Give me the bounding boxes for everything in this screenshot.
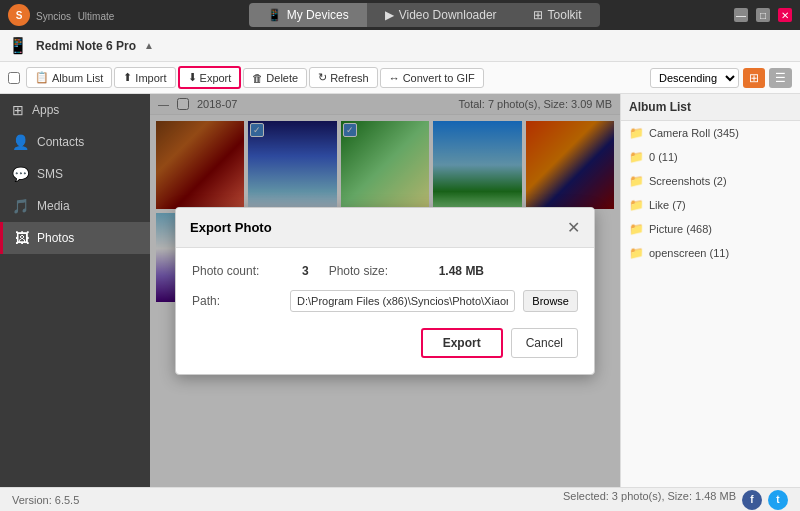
sidebar-item-media[interactable]: 🎵 Media [0,190,150,222]
toolbar: 📋 Album List ⬆ Import ⬇ Export 🗑 Delete … [0,62,800,94]
modal-cancel-button[interactable]: Cancel [511,328,578,358]
delete-button[interactable]: 🗑 Delete [243,68,307,88]
app-logo: S [8,4,30,26]
nav-video-downloader[interactable]: ▶ Video Downloader [367,3,515,27]
album-folder-icon: 📁 [629,198,644,212]
album-label: Like (7) [649,199,686,211]
app-brand: Syncios Ultimate [36,8,114,23]
photo-size-label: Photo size: [329,264,419,278]
sidebar-item-sms[interactable]: 💬 SMS [0,158,150,190]
contacts-icon: 👤 [12,134,29,150]
album-label: Screenshots (2) [649,175,727,187]
sidebar-label-media: Media [37,199,70,213]
photo-count-label: Photo count: [192,264,282,278]
photo-count-value: 3 [302,264,309,278]
device-name: Redmi Note 6 Pro [36,39,136,53]
album-list-button[interactable]: 📋 Album List [26,67,112,88]
sidebar: ⊞ Apps 👤 Contacts 💬 SMS 🎵 Media 🖼 Photos [0,94,150,487]
sidebar-item-apps[interactable]: ⊞ Apps [0,94,150,126]
path-input[interactable] [290,290,515,312]
status-right: Selected: 3 photo(s), Size: 1.48 MB f t [563,490,788,510]
nav-toolkit[interactable]: ⊞ Toolkit [515,3,600,27]
sidebar-item-contacts[interactable]: 👤 Contacts [0,126,150,158]
album-label: openscreen (11) [649,247,729,259]
import-button[interactable]: ⬆ Import [114,67,175,88]
title-bar-left: S Syncios Ultimate [8,4,114,26]
modal-title: Export Photo [190,220,272,235]
list-view-button[interactable]: ☰ [769,68,792,88]
album-item-screenshots[interactable]: 📁 Screenshots (2) [621,169,800,193]
album-list-header: Album List [621,94,800,121]
facebook-button[interactable]: f [742,490,762,510]
album-item-like[interactable]: 📁 Like (7) [621,193,800,217]
sidebar-label-apps: Apps [32,103,59,117]
sidebar-item-photos[interactable]: 🖼 Photos [0,222,150,254]
title-bar-nav: 📱 My Devices ▶ Video Downloader ⊞ Toolki… [249,3,600,27]
album-panel: Album List 📁 Camera Roll (345) 📁 0 (11) … [620,94,800,487]
maximize-button[interactable]: □ [756,8,770,22]
main-layout: ⊞ Apps 👤 Contacts 💬 SMS 🎵 Media 🖼 Photos… [0,94,800,487]
photos-icon: 🖼 [15,230,29,246]
convert-gif-button[interactable]: ↔ Convert to GIF [380,68,484,88]
modal-overlay: Export Photo ✕ Photo count: 3 Photo size… [150,94,620,487]
album-folder-icon: 📁 [629,222,644,236]
album-label: Camera Roll (345) [649,127,739,139]
title-bar: S Syncios Ultimate 📱 My Devices ▶ Video … [0,0,800,30]
album-item-picture[interactable]: 📁 Picture (468) [621,217,800,241]
nav-my-devices[interactable]: 📱 My Devices [249,3,367,27]
path-row: Path: Browse [192,290,578,312]
sidebar-label-sms: SMS [37,167,63,181]
photo-info-row: Photo count: 3 Photo size: 1.48 MB [192,264,578,278]
sort-select[interactable]: Descending [650,68,739,88]
select-all-checkbox[interactable] [8,72,20,84]
album-item-0[interactable]: 📁 0 (11) [621,145,800,169]
album-folder-icon: 📁 [629,150,644,164]
modal-body: Photo count: 3 Photo size: 1.48 MB Path:… [176,248,594,374]
twitter-button[interactable]: t [768,490,788,510]
modal-close-button[interactable]: ✕ [567,218,580,237]
album-folder-icon: 📁 [629,246,644,260]
sms-icon: 💬 [12,166,29,182]
title-bar-controls: — □ ✕ [734,8,792,22]
modal-export-button[interactable]: Export [421,328,503,358]
device-expand-icon[interactable]: ▲ [144,40,154,51]
refresh-button[interactable]: ↻ Refresh [309,67,378,88]
sidebar-label-photos: Photos [37,231,74,245]
photo-size-value: 1.48 MB [439,264,484,278]
album-folder-icon: 📁 [629,126,644,140]
grid-view-button[interactable]: ⊞ [743,68,765,88]
sidebar-label-contacts: Contacts [37,135,84,149]
device-bar: 📱 Redmi Note 6 Pro ▲ [0,30,800,62]
minimize-button[interactable]: — [734,8,748,22]
browse-button[interactable]: Browse [523,290,578,312]
app-edition: Ultimate [78,11,115,22]
version-label: Version: 6.5.5 [12,494,79,506]
modal-header: Export Photo ✕ [176,208,594,248]
album-item-camera-roll[interactable]: 📁 Camera Roll (345) [621,121,800,145]
export-photo-modal: Export Photo ✕ Photo count: 3 Photo size… [175,207,595,375]
close-button[interactable]: ✕ [778,8,792,22]
album-label: 0 (11) [649,151,678,163]
device-icon: 📱 [8,36,28,55]
media-icon: 🎵 [12,198,29,214]
path-label: Path: [192,294,282,308]
content-area: — 2018-07 Total: 7 photo(s), Size: 3.09 … [150,94,620,487]
status-bar: Version: 6.5.5 Selected: 3 photo(s), Siz… [0,487,800,511]
export-button[interactable]: ⬇ Export [178,66,242,89]
album-folder-icon: 📁 [629,174,644,188]
album-item-openscreen[interactable]: 📁 openscreen (11) [621,241,800,265]
selected-label: Selected: 3 photo(s), Size: 1.48 MB [563,490,736,510]
apps-icon: ⊞ [12,102,24,118]
modal-actions: Export Cancel [192,328,578,358]
album-label: Picture (468) [649,223,712,235]
